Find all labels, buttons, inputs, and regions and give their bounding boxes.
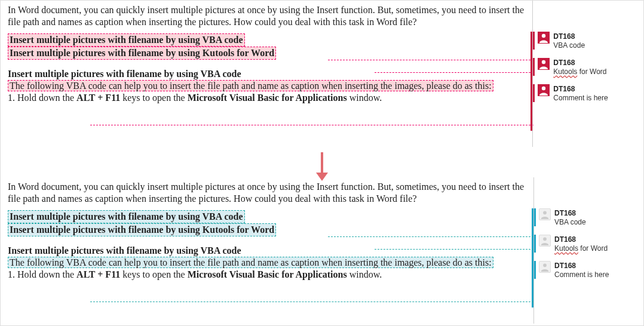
document-area-bottom: In Word document, you can quickly insert… (1, 177, 533, 324)
avatar-icon (539, 235, 551, 247)
comment-author: DT168 (554, 235, 642, 244)
step1-suffix: window. (347, 269, 382, 279)
comment-pane-bottom: DT168 VBA code DT168 Kutools for Word DT… (533, 177, 644, 324)
connector-line (375, 249, 533, 250)
avatar-icon (539, 261, 551, 273)
connector-line (328, 236, 533, 237)
document-area-top: In Word document, you can quickly insert… (1, 1, 532, 147)
comment-body: DT168 VBA code (553, 32, 641, 50)
comment-author: DT168 (553, 32, 641, 41)
step1-suffix: window. (347, 93, 382, 103)
connector-line (328, 60, 533, 60)
comment-text: Kutools for Word (554, 244, 642, 253)
connector-line (90, 302, 533, 302)
step1-app: Microsoft Visual Basic for Applications (188, 93, 347, 103)
toc-link-kutools[interactable]: Insert multiple pictures with filename b… (8, 223, 276, 236)
connector-line (375, 72, 533, 73)
toc-link-vba[interactable]: Insert multiple pictures with filename b… (8, 33, 245, 47)
svg-point-5 (542, 87, 545, 90)
step1-mid: keys to open the (120, 269, 187, 279)
comment-item[interactable]: DT168 VBA code (533, 29, 643, 52)
intro-paragraph: In Word document, you can quickly insert… (8, 4, 528, 27)
comment-text: Comment is here (554, 270, 642, 279)
comment-text: Comment is here (553, 94, 641, 102)
step1-keys: ALT + F11 (76, 269, 120, 279)
comment-author: DT168 (554, 262, 642, 270)
comment-text: VBA code (553, 41, 641, 50)
comment-body: DT168 VBA code (554, 208, 642, 226)
comment-bar (534, 208, 536, 226)
step1-prefix: 1. Hold down the (8, 93, 76, 103)
section-heading: Insert multiple pictures with filename b… (8, 68, 528, 80)
avatar-icon (538, 58, 550, 70)
comment-bar (534, 235, 536, 253)
comment-bar (534, 261, 536, 279)
transition-arrow (1, 149, 643, 179)
comment-text: VBA code (554, 218, 642, 226)
comment-body: DT168 Kutools for Word (553, 58, 641, 76)
comment-bar (533, 32, 535, 50)
doc-panel-after: In Word document, you can quickly insert… (1, 177, 644, 324)
step-1: 1. Hold down the ALT + F11 keys to open … (8, 92, 528, 104)
step1-prefix: 1. Hold down the (8, 269, 76, 279)
comment-author: DT168 (553, 85, 641, 93)
comment-item[interactable]: DT168 Comment is here (533, 82, 643, 104)
comment-bar (533, 84, 535, 102)
arrow-down-icon (321, 152, 323, 175)
comment-author: DT168 (553, 59, 641, 67)
svg-point-3 (542, 60, 545, 64)
comment-body: DT168 Comment is here (554, 261, 642, 279)
doc-panel-before: In Word document, you can quickly insert… (1, 1, 643, 147)
svg-point-8 (543, 263, 547, 267)
step1-app: Microsoft Visual Basic for Applications (188, 269, 347, 279)
step1-mid: keys to open the (120, 93, 187, 103)
comment-author: DT168 (554, 209, 642, 217)
step1-keys: ALT + F11 (76, 93, 120, 103)
connector-line (90, 125, 533, 125)
svg-point-7 (543, 237, 547, 241)
comment-body: DT168 Kutools for Word (554, 235, 642, 253)
comment-bar (533, 58, 535, 76)
svg-point-6 (543, 211, 547, 214)
comment-item[interactable]: DT168 Kutools for Word (534, 232, 644, 255)
avatar-icon (538, 32, 550, 44)
comment-text: Kutools for Word (553, 67, 641, 76)
intro-paragraph: In Word document, you can quickly insert… (8, 181, 529, 204)
toc-link-vba[interactable]: Insert multiple pictures with filename b… (8, 210, 245, 223)
section-body: The following VBA code can help you to i… (8, 80, 493, 91)
svg-point-1 (542, 34, 545, 38)
section-heading: Insert multiple pictures with filename b… (8, 245, 529, 257)
section-body: The following VBA code can help you to i… (8, 257, 493, 268)
comment-item[interactable]: DT168 Comment is here (534, 259, 644, 281)
comment-pane-top: DT168 VBA code DT168 Kutools for Word DT… (532, 1, 643, 147)
avatar-icon (539, 208, 551, 220)
comment-item[interactable]: DT168 VBA code (534, 206, 644, 229)
comment-body: DT168 Comment is here (553, 84, 641, 102)
avatar-icon (538, 84, 550, 96)
toc-link-kutools[interactable]: Insert multiple pictures with filename b… (8, 47, 276, 60)
comment-item[interactable]: DT168 Kutools for Word (533, 56, 643, 78)
step-1: 1. Hold down the ALT + F11 keys to open … (8, 269, 529, 281)
